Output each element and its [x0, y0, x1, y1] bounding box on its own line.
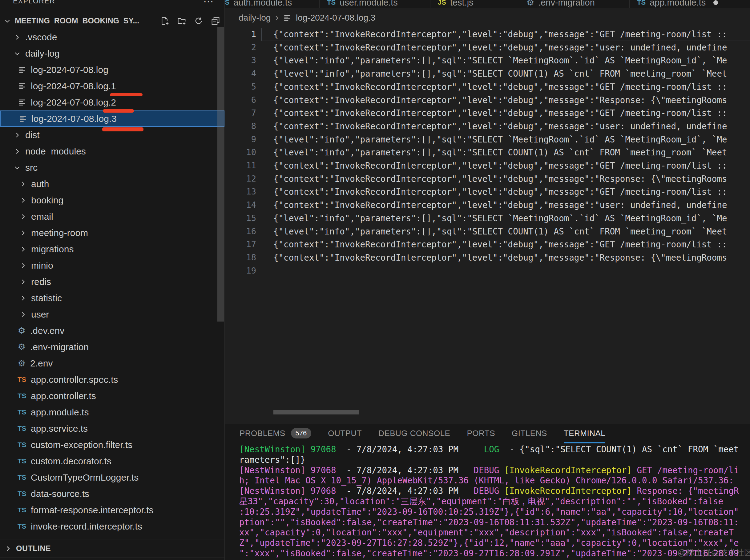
editor-line[interactable]: {"context":"InvokeRecordInterceptor","le… — [273, 199, 750, 212]
tab-env-migration[interactable]: ⚙.env-migration — [519, 0, 630, 8]
tree-item-login-guard-ts[interactable]: TSlogin.guard.ts — [0, 535, 224, 539]
tree-item-src[interactable]: src — [0, 159, 224, 176]
tab-label: test.js — [450, 0, 474, 8]
chevron-right-icon — [19, 246, 27, 253]
tree-item-label: data-source.ts — [31, 489, 89, 499]
tab-user-module-ts[interactable]: TSuser.module.ts — [320, 0, 430, 8]
panel-tab-gitlens[interactable]: GITLENS — [512, 424, 547, 443]
typescript-icon: TS — [225, 0, 229, 6]
terminal-output[interactable]: [NestWinston] 97068 - 7/8/2024, 4:27:03 … — [239, 444, 750, 560]
tree-item-redis[interactable]: redis — [0, 273, 224, 290]
red-annotation-underline — [110, 93, 142, 96]
line-number: 6 — [225, 94, 256, 107]
panel-tab-terminal[interactable]: TERMINAL — [564, 424, 605, 443]
editor-line[interactable]: {"context":"InvokeRecordInterceptor","le… — [273, 251, 750, 264]
tree-item-log-2024-07-08-log-2[interactable]: log-2024-07-08.log.2 — [0, 94, 224, 110]
editor-line[interactable] — [273, 264, 750, 277]
editor-line[interactable]: {"level":"info","parameters":[],"sql":"S… — [273, 225, 750, 238]
breadcrumb-file[interactable]: log-2024-07-08.log.3 — [296, 13, 375, 23]
editor-line[interactable]: {"context":"InvokeRecordInterceptor","le… — [273, 28, 750, 41]
editor-content[interactable]: {"context":"InvokeRecordInterceptor","le… — [273, 28, 750, 277]
tree-item-log-2024-07-08-log-3[interactable]: log-2024-07-08.log.3 — [0, 110, 224, 127]
tab-auth-module-ts[interactable]: TSauth.module.ts — [225, 0, 320, 8]
tree-item-booking[interactable]: booking — [0, 192, 224, 208]
refresh-button[interactable] — [194, 16, 203, 25]
outline-section-header[interactable]: OUTLINE — [0, 539, 224, 558]
editor-line[interactable]: {"level":"info","parameters":[],"sql":"S… — [273, 54, 750, 67]
tab-app-module-ts[interactable]: TSapp.module.ts — [630, 0, 750, 8]
sidebar-scrollbar[interactable] — [217, 27, 224, 322]
panel-tab-output[interactable]: OUTPUT — [328, 424, 362, 443]
editor-horizontal-scrollbar[interactable] — [273, 410, 359, 414]
tree-item-data-source-ts[interactable]: TSdata-source.ts — [0, 485, 224, 502]
editor-line[interactable]: {"context":"InvokeRecordInterceptor","le… — [273, 238, 750, 251]
editor-line[interactable]: {"level":"info","parameters":[],"sql":"S… — [273, 146, 750, 159]
editor-line[interactable]: {"context":"InvokeRecordInterceptor","le… — [273, 106, 750, 120]
tree-item-label: email — [31, 211, 53, 222]
tree-item-label: src — [25, 163, 38, 173]
terminal-text-segment: [InvokeRecordInterceptor] — [504, 486, 632, 496]
breadcrumb[interactable]: daily-log › log-2024-07-08.log.3 — [225, 8, 750, 28]
modified-indicator-icon[interactable] — [713, 0, 718, 5]
editor-line[interactable]: {"context":"InvokeRecordInterceptor","le… — [273, 80, 750, 94]
tree-item-meeting-room[interactable]: meeting-room — [0, 225, 224, 241]
tree-item-daily-log[interactable]: daily-log — [0, 45, 224, 62]
code-editor[interactable]: 12345678910111213141516171819 {"context"… — [225, 28, 750, 424]
tree-item-custom-exception-filter-ts[interactable]: TScustom-exception.filter.ts — [0, 437, 224, 453]
tree-item-email[interactable]: email — [0, 208, 224, 225]
tree-item-log-2024-07-08-log-1[interactable]: log-2024-07-08.log.1 — [0, 78, 224, 94]
panel-tab-debug-console[interactable]: DEBUG CONSOLE — [378, 424, 450, 443]
tree-item-migrations[interactable]: migrations — [0, 241, 224, 257]
tree-item-app-controller-spec-ts[interactable]: TSapp.controller.spec.ts — [0, 371, 224, 388]
project-root-folder[interactable]: MEETING_ROOM_BOOKING_SY... — [0, 13, 224, 29]
tree-item-node-modules[interactable]: node_modules — [0, 143, 224, 159]
tree-item-auth[interactable]: auth — [0, 176, 224, 192]
tree-item-minio[interactable]: minio — [0, 257, 224, 273]
tree-item-dev-env[interactable]: ⚙.dev.env — [0, 323, 224, 339]
tree-item-custom-decorator-ts[interactable]: TScustom.decorator.ts — [0, 453, 224, 469]
explorer-more-actions-icon[interactable]: ⋯ — [203, 0, 214, 7]
editor-line[interactable]: {"context":"InvokeRecordInterceptor","le… — [273, 41, 750, 54]
editor-line[interactable]: {"context":"InvokeRecordInterceptor","le… — [273, 185, 750, 199]
explorer-sidebar: EXPLORER ⋯ MEETING_ROOM_BOOKING_SY... — [0, 0, 225, 560]
panel-tab-ports[interactable]: PORTS — [467, 424, 495, 443]
tree-item-vscode[interactable]: .vscode — [0, 29, 224, 45]
tree-item-app-controller-ts[interactable]: TSapp.controller.ts — [0, 388, 224, 404]
terminal-text-segment: DEBUG — [474, 465, 504, 475]
chevron-right-icon — [19, 278, 27, 286]
tree-item-user[interactable]: user — [0, 306, 224, 323]
editor-line[interactable]: {"context":"InvokeRecordInterceptor","le… — [273, 94, 750, 107]
tab-test-js[interactable]: JStest.js — [430, 0, 519, 8]
typescript-test-icon: TS — [17, 376, 26, 383]
line-number: 18 — [225, 251, 256, 264]
tree-item-app-module-ts[interactable]: TSapp.module.ts — [0, 404, 224, 420]
tree-item-app-service-ts[interactable]: TSapp.service.ts — [0, 420, 224, 437]
typescript-icon: TS — [17, 507, 26, 514]
tree-item-log-2024-07-08-log[interactable]: log-2024-07-08.log — [0, 62, 224, 78]
tree-item-invoke-record-interceptor-ts[interactable]: TSinvoke-record.interceptor.ts — [0, 518, 224, 535]
collapse-folders-button[interactable] — [211, 16, 220, 25]
editor-line[interactable]: {"context":"InvokeRecordInterceptor","le… — [273, 120, 750, 133]
new-folder-button[interactable] — [177, 16, 186, 25]
line-number: 5 — [225, 80, 256, 94]
terminal-text-segment: [NestWinston] 97068 — [239, 486, 336, 496]
editor-line[interactable]: {"context":"InvokeRecordInterceptor","le… — [273, 159, 750, 172]
chevron-right-icon — [19, 229, 27, 236]
editor-line[interactable]: {"level":"info","parameters":[],"sql":"S… — [273, 212, 750, 225]
tree-item-statistic[interactable]: statistic — [0, 290, 224, 306]
typescript-icon: TS — [327, 0, 336, 6]
terminal-text-segment: Z","updateTime":"2023-09-27T16:27:28.529… — [239, 538, 739, 548]
tree-item-env-migration[interactable]: ⚙.env-migration — [0, 339, 224, 355]
breadcrumb-folder[interactable]: daily-log — [239, 13, 271, 23]
editor-line[interactable]: {"level":"info","parameters":[],"sql":"S… — [273, 67, 750, 80]
new-file-button[interactable] — [160, 16, 169, 25]
panel-tab-problems[interactable]: PROBLEMS576 — [239, 424, 311, 443]
tree-item-format-response-interceptor-ts[interactable]: TSformat-response.interceptor.ts — [0, 502, 224, 518]
tree-item-customtypeormlogger-ts[interactable]: TSCustomTypeOrmLogger.ts — [0, 469, 224, 485]
editor-line[interactable]: {"level":"info","parameters":[],"sql":"S… — [273, 133, 750, 146]
editor-line[interactable]: {"context":"InvokeRecordInterceptor","le… — [273, 172, 750, 186]
tree-item-2-env[interactable]: ⚙2.env — [0, 355, 224, 371]
line-number: 3 — [225, 54, 256, 67]
terminal-line: [NestWinston] 97068 - 7/8/2024, 4:27:03 … — [239, 486, 750, 496]
chevron-right-icon — [19, 180, 27, 188]
